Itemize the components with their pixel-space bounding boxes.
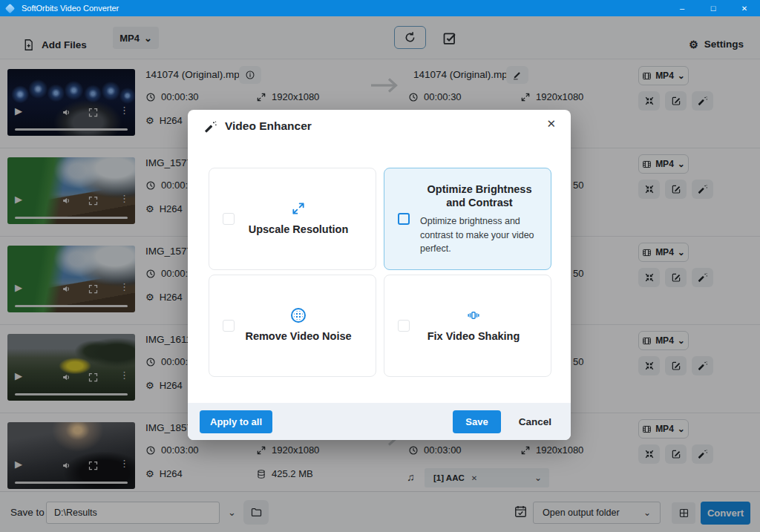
dialog-footer: Apply to all Save Cancel [188,403,571,440]
window-title: SoftOrbits Video Converter [22,4,119,13]
apply-to-all-button[interactable]: Apply to all [200,410,272,433]
close-button[interactable]: ✕ [729,0,760,16]
title-bar: SoftOrbits Video Converter – □ ✕ [0,0,760,16]
option-upscale-resolution[interactable]: Upscale Resolution [209,168,376,270]
option-description: Optimize brightness and contrast to make… [420,214,539,254]
minimize-button[interactable]: – [666,0,698,16]
cancel-button[interactable]: Cancel [511,410,559,433]
upscale-icon [291,201,306,216]
option-title: Upscale Resolution [249,223,349,236]
optimize-checkbox[interactable] [398,213,410,225]
video-enhancer-dialog: Video Enhancer ✕ Upscale Resolution Opti… [188,110,571,440]
shaking-checkbox[interactable] [398,320,410,332]
option-fix-shaking[interactable]: Fix Video Shaking [384,275,551,377]
shake-icon [466,308,481,323]
dialog-header: Video Enhancer ✕ [188,110,571,145]
dialog-title: Video Enhancer [225,119,312,133]
option-title: Optimize Brightness and Contrast [420,183,539,209]
enhancer-options: Upscale Resolution Optimize Brightness a… [209,168,551,377]
upscale-checkbox[interactable] [223,213,235,225]
noise-checkbox[interactable] [223,320,235,332]
app-icon [5,3,15,13]
app-window: SoftOrbits Video Converter – □ ✕ Add Fil… [0,0,760,532]
maximize-button[interactable]: □ [698,0,729,16]
option-optimize-brightness[interactable]: Optimize Brightness and Contrast Optimiz… [384,168,551,270]
save-button[interactable]: Save [453,410,500,433]
option-remove-noise[interactable]: Remove Video Noise [209,275,376,377]
noise-icon [291,308,306,323]
close-icon[interactable]: ✕ [546,117,556,131]
option-title: Remove Video Noise [245,329,351,343]
option-title: Fix Video Shaking [428,329,520,343]
magic-wand-icon [204,120,217,134]
